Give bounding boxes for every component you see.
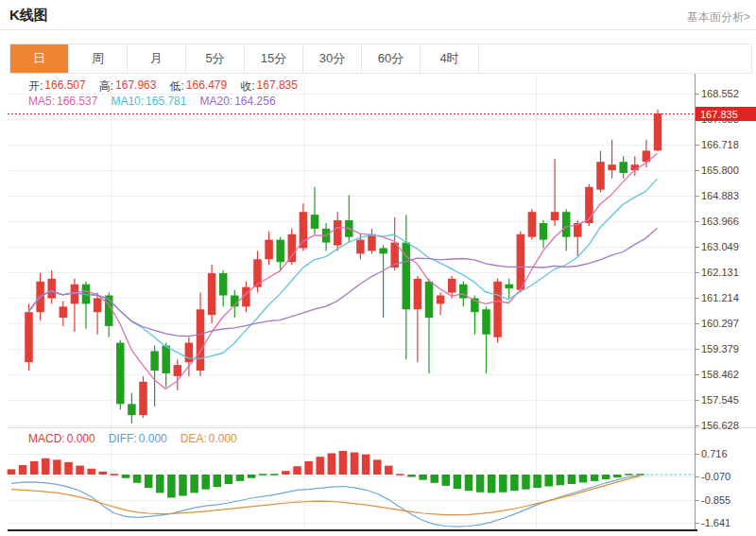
macd-row-item-2: DEA:0.000 [180, 432, 237, 445]
current-price-value: 167.835 [700, 109, 738, 120]
candle-55[interactable] [654, 110, 662, 151]
macd-bar-41 [476, 475, 484, 493]
candle-31[interactable] [379, 246, 387, 319]
y-axis-label-main: 158.462 [701, 369, 739, 380]
ohlc-row-item-3: 收:167.835 [240, 78, 298, 95]
macd-bar-35 [407, 475, 416, 477]
candle-42[interactable] [505, 279, 513, 299]
ohlc-row-item-1: 高:167.963 [99, 78, 157, 95]
candle-41[interactable] [493, 279, 502, 343]
macd-bar-17 [201, 475, 210, 490]
candle-40[interactable] [482, 306, 490, 373]
macd-bar-27 [316, 457, 324, 475]
candle-36[interactable] [437, 293, 445, 316]
candle-52[interactable] [619, 156, 627, 179]
macd-bar-52 [602, 475, 610, 479]
candle-27[interactable] [334, 212, 342, 251]
macd-bar-4 [53, 459, 61, 475]
macd-bar-14 [167, 475, 176, 497]
macd-bar-18 [214, 475, 222, 487]
y-axis-label-main: 164.883 [701, 190, 739, 201]
macd-bar-10 [122, 475, 130, 478]
macd-bar-37 [430, 475, 438, 483]
candle-17[interactable] [219, 270, 228, 306]
macd-bar-11 [133, 475, 142, 483]
macd-bar-29 [339, 451, 348, 475]
candle-5[interactable] [82, 282, 91, 329]
candle-32[interactable] [390, 217, 399, 270]
candle-9[interactable] [128, 393, 136, 424]
macd-bar-9 [111, 474, 119, 475]
macd-bar-30 [351, 453, 359, 475]
candle-6[interactable] [94, 293, 102, 335]
y-axis-label-main: 166.718 [701, 139, 739, 150]
candle-45[interactable] [540, 220, 548, 248]
macd-bar-34 [396, 474, 404, 475]
candle-33[interactable] [403, 215, 411, 359]
macd-histogram [8, 451, 644, 497]
macd-bar-32 [373, 459, 382, 475]
metric-value: 166.537 [57, 95, 97, 108]
y-axis-label-main: 161.214 [701, 292, 739, 303]
macd-bar-43 [499, 475, 507, 493]
y-axis-label-main: 157.545 [701, 394, 739, 406]
y-axis-label-main: 156.628 [701, 420, 739, 431]
metric-label: DIFF: [109, 432, 137, 445]
metric-label: MA10: [111, 95, 144, 108]
macd-bar-38 [442, 475, 451, 486]
candle-28[interactable] [345, 196, 353, 243]
candle-44[interactable] [528, 209, 537, 239]
candle-2[interactable] [47, 270, 56, 303]
metric-value: 167.963 [115, 78, 156, 95]
y-axis-label-main: 163.966 [701, 216, 739, 227]
candle-30[interactable] [368, 229, 376, 253]
chart-bottom-border [8, 529, 697, 531]
candle-3[interactable] [60, 301, 68, 325]
macd-bar-50 [579, 475, 588, 482]
metric-value: 0.000 [209, 432, 237, 445]
candle-35[interactable] [425, 279, 434, 373]
candle-47[interactable] [562, 209, 571, 251]
macd-bar-47 [544, 475, 553, 487]
candle-21[interactable] [265, 232, 273, 265]
metric-value: 0.000 [67, 432, 95, 445]
ohlc-row-item-0: 开:166.507 [28, 78, 86, 95]
macd-bar-25 [293, 466, 301, 475]
metric-label: MA5: [28, 95, 55, 108]
y-axis-label-macd: -0.070 [701, 471, 730, 482]
macd-bar-33 [385, 466, 393, 475]
y-axis-label-macd: 0.716 [701, 448, 728, 459]
ma-row-item-1: MA10:165.781 [111, 95, 186, 108]
candle-50[interactable] [596, 150, 605, 192]
macd-row-item-0: MACD:0.000 [28, 432, 95, 445]
candle-18[interactable] [231, 290, 239, 318]
macd-bar-36 [419, 475, 427, 480]
macd-bar-23 [270, 474, 279, 475]
candle-0[interactable] [25, 303, 33, 371]
candle-8[interactable] [116, 340, 125, 410]
candle-25[interactable] [311, 187, 319, 234]
candle-10[interactable] [139, 376, 147, 418]
macd-bar-20 [236, 475, 245, 481]
metric-value: 166.507 [44, 78, 85, 95]
metric-label: DEA: [180, 432, 207, 445]
macd-bar-46 [533, 475, 541, 488]
metric-value: 167.835 [257, 78, 298, 95]
candle-12[interactable] [162, 343, 170, 388]
ma-row-item-0: MA5:166.537 [28, 95, 97, 108]
y-axis-label-main: 160.297 [701, 318, 739, 329]
price-axis: 168.552167.635166.718165.800164.883163.9… [695, 74, 739, 530]
metric-value: 165.781 [146, 95, 186, 108]
macd-bar-12 [145, 475, 153, 488]
macd-bar-26 [304, 461, 313, 475]
candle-16[interactable] [208, 265, 216, 323]
candle-13[interactable] [174, 359, 182, 389]
candle-22[interactable] [276, 237, 284, 270]
macd-bar-19 [225, 475, 233, 484]
y-axis-label-main: 159.379 [701, 343, 739, 354]
macd-bar-24 [282, 471, 290, 475]
macd-bar-28 [328, 453, 336, 475]
metric-label: 收: [240, 78, 254, 95]
y-axis-label-main: 165.800 [701, 164, 739, 176]
candle-46[interactable] [551, 159, 559, 226]
